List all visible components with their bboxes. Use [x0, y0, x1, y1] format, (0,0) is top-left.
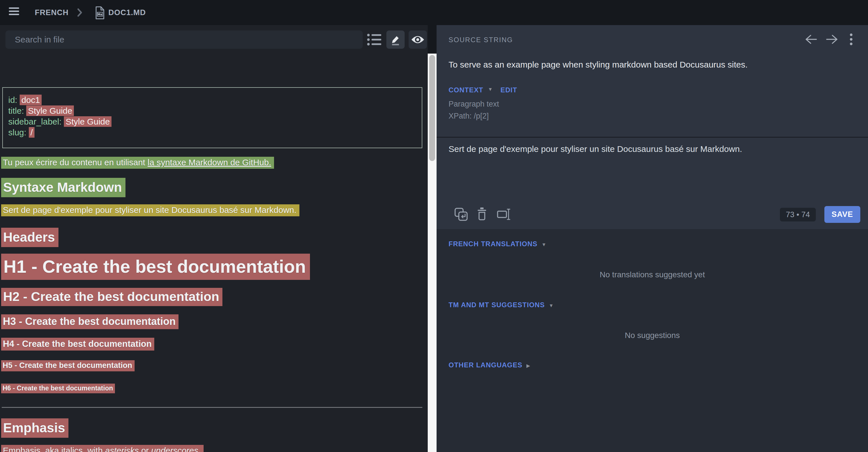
doc-string-em-para[interactable]: Emphasis, aka italics, with asterisks or…: [0, 445, 204, 452]
save-button[interactable]: SAVE: [825, 206, 860, 223]
panel-divider: [437, 137, 868, 138]
text-run: Tu peux écrire du contenu en utilisant: [3, 158, 148, 167]
character-counter: 73 • 74: [780, 208, 816, 221]
section-caret-icon: ▶: [526, 363, 530, 368]
section-french-translations[interactable]: FRENCH TRANSLATIONS▼: [448, 240, 546, 248]
translation-editor[interactable]: Sert de page d'exemple pour styliser un …: [448, 144, 854, 195]
kebab-menu-icon: [849, 33, 853, 45]
section-other-languages[interactable]: OTHER LANGUAGES▶: [448, 361, 530, 369]
doc-string-h6[interactable]: H6 - Create the best documentation: [0, 384, 115, 393]
text-run: or: [139, 446, 151, 452]
text-run: Emphasis, aka italics, with: [3, 446, 105, 452]
document-panel: id: doc1 title: Style Guide sidebar_labe…: [0, 25, 428, 452]
doc-string-h5[interactable]: H5 - Create the best documentation: [0, 360, 134, 372]
breadcrumb-chevron-icon: [76, 8, 83, 19]
markdown-file-icon: [94, 6, 105, 21]
arrow-left-icon: [804, 34, 817, 45]
translation-panel: SOURCE STRING To serve as an example pag…: [437, 25, 868, 452]
context-caret-icon: ▼: [488, 87, 493, 92]
frontmatter-string[interactable]: Style Guide: [64, 116, 112, 127]
translations-empty-text: No translations suggested yet: [437, 270, 868, 279]
doc-string-selected[interactable]: Sert de page d'exemple pour styliser un …: [0, 204, 300, 216]
context-type: Paragraph text: [448, 100, 499, 108]
frontmatter-key: slug:: [8, 128, 29, 137]
italic-run: underscores.: [151, 446, 200, 452]
horizontal-rule: [2, 407, 422, 408]
frontmatter-key: title:: [8, 106, 26, 116]
doc-string-h4[interactable]: H4 - Create the best documentation: [0, 338, 154, 351]
frontmatter-row: slug: /: [8, 127, 422, 138]
section-tm-mt-suggestions[interactable]: TM AND MT SUGGESTIONS▼: [448, 301, 554, 309]
preview-mode-button[interactable]: [409, 31, 427, 49]
section-caret-icon: ▼: [549, 303, 554, 309]
list-icon: [367, 33, 381, 46]
frontmatter-string[interactable]: Style Guide: [26, 105, 74, 116]
tm-empty-text: No suggestions: [437, 331, 868, 340]
context-xpath: XPath: /p[2]: [448, 112, 489, 121]
frontmatter-string[interactable]: doc1: [20, 95, 42, 105]
string-list-button[interactable]: [365, 31, 383, 49]
document-scrollbar-thumb[interactable]: [429, 55, 435, 161]
frontmatter-block: id: doc1 title: Style Guide sidebar_labe…: [2, 87, 422, 148]
doc-string-h3[interactable]: H3 - Create the best documentation: [0, 314, 179, 329]
frontmatter-key: id:: [8, 95, 20, 105]
pencil-icon: [390, 34, 401, 45]
doc-string-h2-headers[interactable]: Headers: [0, 228, 58, 247]
previous-string-button[interactable]: [804, 34, 817, 46]
doc-link: la syntaxe Markdown de GitHub.: [148, 158, 272, 167]
context-edit-button[interactable]: EDIT: [500, 86, 517, 94]
translation-editor-app: FRENCH DOC1.MD: [0, 0, 868, 452]
breadcrumb-file[interactable]: DOC1.MD: [108, 0, 146, 25]
frontmatter-key: sidebar_label:: [8, 117, 64, 126]
source-string-text: To serve as an example page when styling…: [448, 60, 748, 69]
context-toggle[interactable]: CONTEXT: [448, 86, 483, 94]
breadcrumb-project[interactable]: FRENCH: [35, 0, 69, 25]
arrow-right-icon: [826, 34, 839, 45]
top-bar: FRENCH DOC1.MD: [0, 0, 868, 25]
copy-source-button[interactable]: [454, 207, 468, 222]
copy-source-icon: [454, 207, 468, 221]
more-options-button[interactable]: [849, 33, 853, 47]
doc-string-h2[interactable]: H2 - Create the best documentation: [0, 288, 222, 306]
hamburger-menu-icon[interactable]: [9, 7, 19, 17]
text-cursor-icon: [497, 207, 511, 221]
next-string-button[interactable]: [826, 34, 839, 46]
frontmatter-row: sidebar_label: Style Guide: [8, 116, 422, 127]
doc-string-h2-emphasis[interactable]: Emphasis: [0, 418, 68, 438]
document-scrollbar-track[interactable]: [428, 54, 437, 452]
edit-mode-button[interactable]: [386, 31, 405, 49]
doc-string-intro[interactable]: Tu peux écrire du contenu en utilisant l…: [0, 157, 274, 169]
italic-run: asterisks: [105, 446, 138, 452]
eye-icon: [411, 35, 425, 44]
frontmatter-row: id: doc1: [8, 95, 422, 105]
text-cursor-button[interactable]: [497, 207, 511, 222]
trash-icon: [476, 207, 487, 221]
frontmatter-string[interactable]: /: [29, 127, 34, 138]
document-content: id: doc1 title: Style Guide sidebar_labe…: [0, 54, 428, 452]
section-caret-icon: ▼: [541, 242, 546, 247]
doc-string-h1[interactable]: H1 - Create the best documentation: [0, 254, 310, 280]
source-translation-card: SOURCE STRING To serve as an example pag…: [437, 25, 868, 229]
frontmatter-row: title: Style Guide: [8, 105, 422, 116]
search-input[interactable]: [5, 31, 363, 49]
delete-translation-button[interactable]: [476, 207, 487, 222]
doc-string-h2-syntax[interactable]: Syntaxe Markdown: [0, 178, 125, 197]
source-string-label: SOURCE STRING: [448, 36, 513, 44]
